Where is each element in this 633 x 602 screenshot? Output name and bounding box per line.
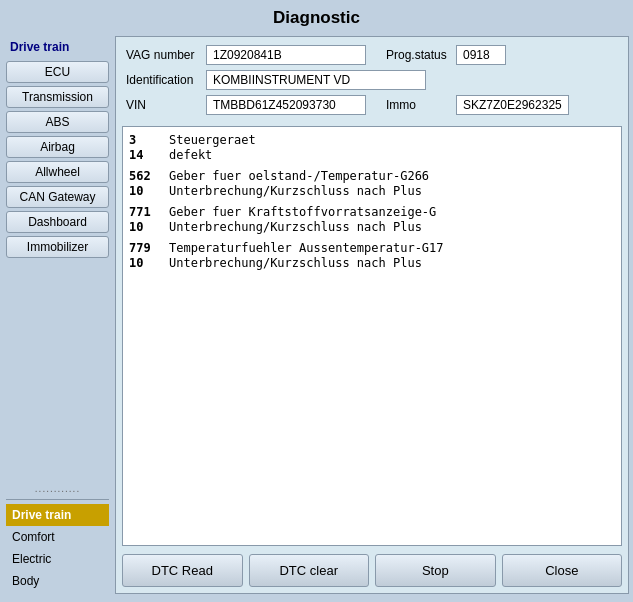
sidebar-section-title: Drive train bbox=[6, 38, 109, 56]
dtc-description: Steuergeraet bbox=[169, 133, 256, 147]
vag-row: VAG number 1Z0920841B Prog.status 0918 bbox=[126, 45, 618, 65]
dtc-description: defekt bbox=[169, 148, 212, 162]
category-drive-train[interactable]: Drive train bbox=[6, 504, 109, 526]
dtc-row: 10Unterbrechung/Kurzschluss nach Plus bbox=[129, 220, 615, 234]
dtc-description: Unterbrechung/Kurzschluss nach Plus bbox=[169, 184, 422, 198]
immo-value: SKZ7Z0E2962325 bbox=[456, 95, 569, 115]
category-comfort[interactable]: Comfort bbox=[6, 526, 109, 548]
dtc-code: 779 bbox=[129, 241, 169, 255]
title-text: Diagnostic bbox=[273, 8, 360, 27]
category-electric[interactable]: Electric bbox=[6, 548, 109, 570]
vin-value: TMBBD61Z452093730 bbox=[206, 95, 366, 115]
id-row: Identification KOMBIINSTRUMENT VD bbox=[126, 70, 618, 90]
dtc-code: 3 bbox=[129, 133, 169, 147]
dtc-row: 10Unterbrechung/Kurzschluss nach Plus bbox=[129, 184, 615, 198]
bottom-buttons: DTC Read DTC clear Stop Close bbox=[116, 548, 628, 593]
info-section: VAG number 1Z0920841B Prog.status 0918 I… bbox=[116, 37, 628, 124]
sidebar-btn-immobilizer[interactable]: Immobilizer bbox=[6, 236, 109, 258]
sidebar: Drive train ECU Transmission ABS Airbag … bbox=[0, 34, 115, 596]
vin-row: VIN TMBBD61Z452093730 Immo SKZ7Z0E296232… bbox=[126, 95, 618, 115]
dtc-row: 562Geber fuer oelstand-/Temperatur-G266 bbox=[129, 169, 615, 183]
sidebar-btn-allwheel[interactable]: Allwheel bbox=[6, 161, 109, 183]
vag-value: 1Z0920841B bbox=[206, 45, 366, 65]
dtc-code: 771 bbox=[129, 205, 169, 219]
dtc-area: 3Steuergeraet14defekt562Geber fuer oelst… bbox=[122, 126, 622, 546]
dtc-code: 10 bbox=[129, 184, 169, 198]
dtc-code: 562 bbox=[129, 169, 169, 183]
dtc-code: 10 bbox=[129, 220, 169, 234]
immo-label: Immo bbox=[386, 98, 456, 112]
sidebar-btn-dashboard[interactable]: Dashboard bbox=[6, 211, 109, 233]
page-title: Diagnostic bbox=[0, 0, 633, 34]
content-area: VAG number 1Z0920841B Prog.status 0918 I… bbox=[115, 36, 629, 594]
dtc-row: 3Steuergeraet bbox=[129, 133, 615, 147]
category-body[interactable]: Body bbox=[6, 570, 109, 592]
dtc-row: 10Unterbrechung/Kurzschluss nach Plus bbox=[129, 256, 615, 270]
dtc-clear-button[interactable]: DTC clear bbox=[249, 554, 370, 587]
id-label: Identification bbox=[126, 73, 206, 87]
id-value: KOMBIINSTRUMENT VD bbox=[206, 70, 426, 90]
sidebar-btn-transmission[interactable]: Transmission bbox=[6, 86, 109, 108]
sidebar-btn-can-gateway[interactable]: CAN Gateway bbox=[6, 186, 109, 208]
prog-label: Prog.status bbox=[386, 48, 456, 62]
dtc-description: Unterbrechung/Kurzschluss nach Plus bbox=[169, 220, 422, 234]
dtc-description: Unterbrechung/Kurzschluss nach Plus bbox=[169, 256, 422, 270]
sidebar-btn-airbag[interactable]: Airbag bbox=[6, 136, 109, 158]
close-button[interactable]: Close bbox=[502, 554, 623, 587]
dtc-description: Geber fuer oelstand-/Temperatur-G266 bbox=[169, 169, 429, 183]
dtc-row: 14defekt bbox=[129, 148, 615, 162]
dtc-description: Temperaturfuehler Aussentemperatur-G17 bbox=[169, 241, 444, 255]
stop-button[interactable]: Stop bbox=[375, 554, 496, 587]
dtc-read-button[interactable]: DTC Read bbox=[122, 554, 243, 587]
vin-label: VIN bbox=[126, 98, 206, 112]
sidebar-btn-abs[interactable]: ABS bbox=[6, 111, 109, 133]
dtc-code: 10 bbox=[129, 256, 169, 270]
dtc-row: 771Geber fuer Kraftstoffvorratsanzeige-G bbox=[129, 205, 615, 219]
sidebar-btn-ecu[interactable]: ECU bbox=[6, 61, 109, 83]
dtc-description: Geber fuer Kraftstoffvorratsanzeige-G bbox=[169, 205, 436, 219]
prog-value: 0918 bbox=[456, 45, 506, 65]
dots-separator: ............ bbox=[6, 481, 109, 496]
dtc-row: 779Temperaturfuehler Aussentemperatur-G1… bbox=[129, 241, 615, 255]
dtc-code: 14 bbox=[129, 148, 169, 162]
vag-label: VAG number bbox=[126, 48, 206, 62]
category-list: Drive train Comfort Electric Body bbox=[6, 499, 109, 592]
